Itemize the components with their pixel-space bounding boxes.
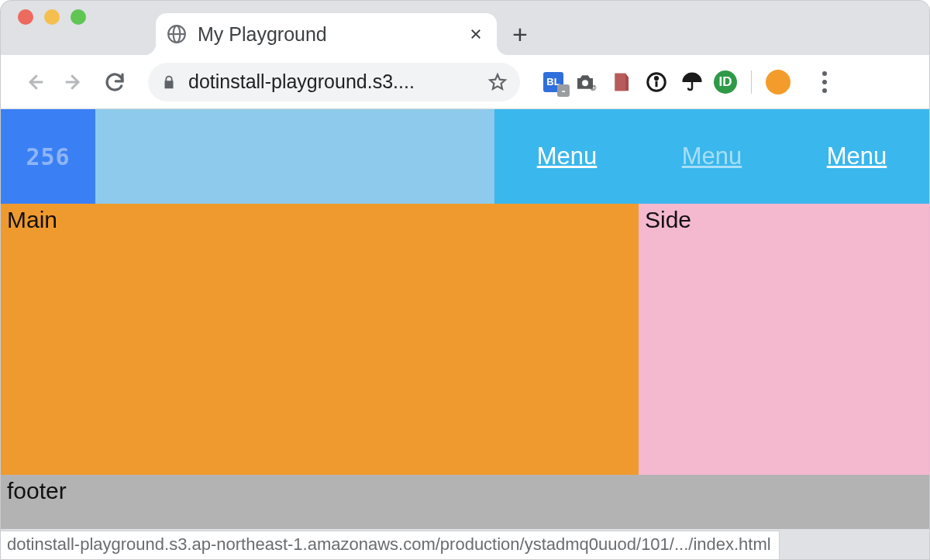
page-header: 256 Menu Menu Menu [1,109,929,204]
lock-icon [160,74,177,91]
reload-button[interactable] [97,64,133,100]
tab-title: My Playground [198,23,458,46]
nav-item-0[interactable]: Menu [494,109,639,204]
window-close-button[interactable] [18,9,33,25]
window-controls [18,1,86,55]
back-button[interactable] [16,64,52,100]
svg-text:@: @ [590,84,597,91]
browser-window: My Playground + dotinstall-playground.s3… [0,0,930,560]
toolbar-separator [751,70,752,94]
page-body: Main Side [1,204,929,475]
window-minimize-button[interactable] [44,9,60,25]
window-zoom-button[interactable] [71,9,86,25]
extension-bl-icon[interactable]: BL - [543,72,563,92]
kebab-menu-icon[interactable] [809,71,840,93]
star-icon[interactable] [487,72,508,92]
nav-link[interactable]: Menu [682,143,742,170]
tab-strip: My Playground + [1,1,929,55]
logo-text: 256 [26,143,70,170]
nav-link[interactable]: Menu [827,143,887,170]
info-icon[interactable] [642,68,670,96]
svg-point-2 [582,80,588,86]
extension-id-icon[interactable]: ID [714,70,737,94]
camera-icon[interactable]: @ [571,68,599,96]
main-column: Main [1,204,639,475]
extensions-row: BL - @ ID [543,68,840,96]
browser-toolbar: dotinstall-playground.s3.... BL - @ [1,55,929,109]
main-label: Main [7,207,57,232]
status-bar-text: dotinstall-playground.s3.ap-northeast-1.… [7,534,771,554]
extension-id-label: ID [719,74,732,90]
minus-icon: - [557,84,570,97]
address-bar[interactable]: dotinstall-playground.s3.... [148,63,520,101]
side-label: Side [645,207,691,232]
globe-icon [167,24,187,44]
page-viewport: 256 Menu Menu Menu Main Side footer [1,109,929,559]
nav-link[interactable]: Menu [537,143,598,170]
site-logo[interactable]: 256 [1,109,95,204]
status-bar: dotinstall-playground.s3.ap-northeast-1.… [1,531,780,559]
nav-item-2[interactable]: Menu [784,109,929,204]
book-icon[interactable] [607,68,635,96]
profile-avatar[interactable] [766,70,790,94]
page-footer: footer [1,475,929,529]
forward-button[interactable] [57,64,92,100]
close-icon[interactable] [469,27,483,41]
svg-point-5 [655,77,657,79]
footer-label: footer [7,478,67,503]
url-text: dotinstall-playground.s3.... [188,70,477,93]
nav-item-1[interactable]: Menu [639,109,784,204]
side-column: Side [639,204,929,475]
umbrella-icon[interactable] [678,68,706,96]
header-spacer [95,109,494,204]
browser-tab[interactable]: My Playground [156,13,497,55]
